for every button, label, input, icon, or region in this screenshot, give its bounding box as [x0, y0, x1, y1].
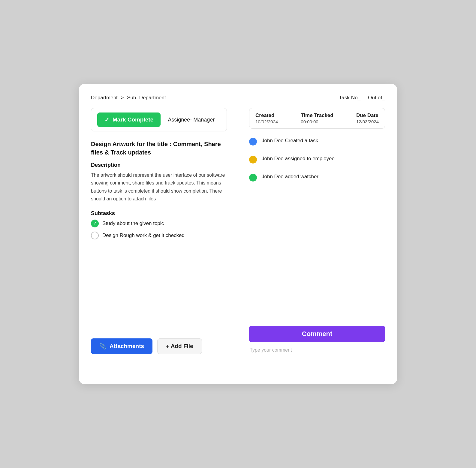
task-card: Department > Sub- Department Task No_ Ou… — [79, 84, 397, 384]
left-column: ✓ Mark Complete Assignee- Manager Design… — [91, 108, 238, 354]
subtasks-section: Subtasks ✓ Study about the given topic D… — [91, 210, 227, 244]
subtask-2-label: Design Rough work & get it checked — [102, 232, 185, 238]
activity-item-1: John Doe Created a task — [249, 137, 385, 155]
top-header: Department > Sub- Department Task No_ Ou… — [91, 95, 385, 101]
task-number-info: Task No_ Out of_ — [339, 95, 385, 101]
subtask-item-1: ✓ Study about the given topic — [91, 220, 227, 227]
attachments-button[interactable]: 📎 Attachments — [91, 338, 152, 354]
due-date-info: Due Date 12/03/2024 — [356, 112, 379, 124]
description-label: Description — [91, 162, 227, 168]
action-bar: ✓ Mark Complete Assignee- Manager — [91, 108, 227, 131]
check-icon: ✓ — [104, 116, 110, 123]
activity-dot-green — [249, 174, 257, 182]
info-bar: Created 10/02/2024 Time Tracked 00:00:00… — [249, 108, 385, 129]
activity-item-2: John Doe assigned to employee — [249, 155, 385, 173]
bottom-actions: 📎 Attachments + Add File — [91, 331, 227, 354]
activity-text-3: John Doe added watcher — [262, 174, 318, 180]
paperclip-icon: 📎 — [99, 343, 107, 350]
activity-text-1: John Doe Created a task — [262, 138, 318, 144]
task-title: Design Artwork for the title : Comment, … — [91, 140, 227, 157]
task-description: The artwork should represent the user in… — [91, 171, 227, 203]
comment-button[interactable]: Comment — [249, 326, 385, 342]
mark-complete-button[interactable]: ✓ Mark Complete — [97, 112, 161, 127]
comment-section: Comment Type your comment — [249, 316, 385, 354]
subtask-item-2: Design Rough work & get it checked — [91, 232, 227, 239]
subtask-1-label: Study about the given topic — [102, 220, 164, 226]
activity-line-1 — [253, 146, 253, 155]
activity-dot-blue — [249, 138, 257, 146]
subtasks-label: Subtasks — [91, 210, 227, 217]
activity-dot-yellow — [249, 156, 257, 164]
main-layout: ✓ Mark Complete Assignee- Manager Design… — [91, 108, 385, 354]
add-file-button[interactable]: + Add File — [157, 338, 202, 354]
activity-text-2: John Doe assigned to employee — [262, 156, 335, 162]
activity-item-3: John Doe added watcher — [249, 173, 385, 182]
created-info: Created 10/02/2024 — [255, 112, 278, 124]
breadcrumb: Department > Sub- Department — [91, 95, 166, 101]
subtask-undone-icon — [91, 232, 99, 239]
activity-line-2 — [253, 164, 253, 173]
right-column: Created 10/02/2024 Time Tracked 00:00:00… — [238, 108, 385, 354]
time-tracked-info: Time Tracked 00:00:00 — [301, 112, 333, 124]
activity-list: John Doe Created a task John Doe assigne… — [249, 137, 385, 182]
subtask-done-icon: ✓ — [91, 220, 99, 227]
assignee-label: Assignee- Manager — [168, 117, 215, 123]
comment-placeholder[interactable]: Type your comment — [249, 346, 385, 354]
